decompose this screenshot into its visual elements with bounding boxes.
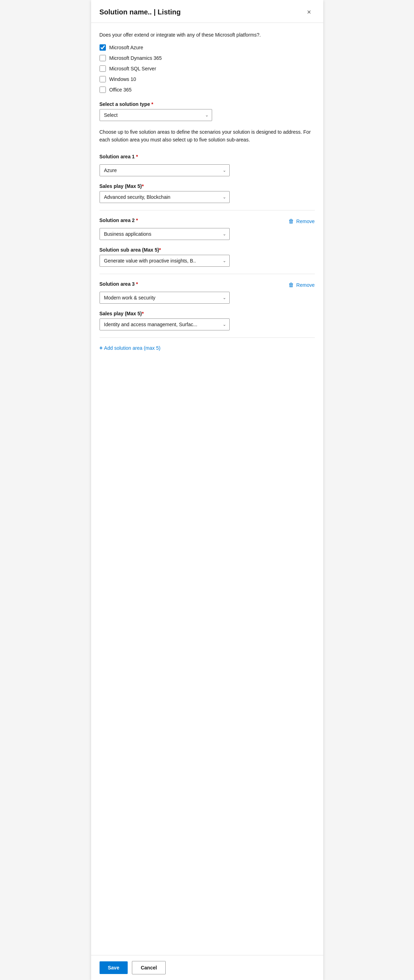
checkbox-item-windows10[interactable]: Windows 10 (100, 76, 315, 82)
solution-area-3-select-group: Modern work & security ⌄ (100, 292, 315, 304)
solution-area-1: Solution area 1 * Azure ⌄ Sales play (Ma… (100, 154, 315, 203)
remove-solution-area-3-button[interactable]: 🗑 Remove (289, 282, 314, 288)
solution-area-1-sales-play-wrapper: Advanced security, Blockchain ⌄ (100, 191, 230, 203)
solution-area-1-label: Solution area 1 * (100, 154, 138, 159)
panel-footer: Save Cancel (91, 955, 323, 980)
divider-3 (100, 337, 315, 338)
checkbox-item-sql-server[interactable]: Microsoft SQL Server (100, 65, 315, 72)
divider-1 (100, 210, 315, 210)
solution-area-1-select[interactable]: Azure (100, 164, 230, 176)
solution-area-3-sales-play-wrapper: Identity and access management, Surfac..… (100, 318, 230, 331)
solution-type-select[interactable]: Select Option 1 Option 2 (100, 109, 212, 121)
checkbox-label-windows10: Windows 10 (109, 76, 136, 82)
divider-2 (100, 274, 315, 274)
trash-icon: 🗑 (289, 218, 294, 224)
platforms-question: Does your offer extend or integrate with… (100, 31, 315, 39)
solution-area-2-header: Solution area 2 * 🗑 Remove (100, 218, 315, 225)
solution-area-1-sales-play-label: Sales play (Max 5)* (100, 183, 315, 189)
solution-area-3-select[interactable]: Modern work & security (100, 292, 230, 304)
checkbox-dynamics365[interactable] (100, 55, 106, 61)
solution-area-1-header: Solution area 1 * (100, 154, 315, 162)
checkbox-label-dynamics365: Microsoft Dynamics 365 (109, 55, 162, 61)
checkbox-label-azure: Microsoft Azure (109, 45, 143, 50)
solution-type-group: Select a solution type * Select Option 1… (100, 101, 315, 121)
solution-area-3-sales-play-group: Sales play (Max 5)* Identity and access … (100, 311, 315, 331)
solution-area-3-select-wrapper: Modern work & security ⌄ (100, 292, 230, 304)
solution-area-2: Solution area 2 * 🗑 Remove Business appl… (100, 218, 315, 267)
solution-area-1-select-wrapper: Azure ⌄ (100, 164, 230, 176)
solution-area-2-label: Solution area 2 * (100, 218, 138, 223)
info-text: Choose up to five solution areas to defi… (100, 128, 315, 144)
checkbox-item-dynamics365[interactable]: Microsoft Dynamics 365 (100, 55, 315, 61)
solution-area-3-label: Solution area 3 * (100, 281, 138, 287)
solution-area-2-sub-area-label: Solution sub area (Max 5)* (100, 247, 315, 253)
plus-icon: + (100, 345, 103, 351)
checkbox-label-office365: Office 365 (109, 87, 132, 92)
add-solution-area-button[interactable]: + Add solution area (max 5) (100, 345, 161, 351)
platforms-checkbox-group: Microsoft Azure Microsoft Dynamics 365 M… (100, 45, 315, 93)
checkbox-sql-server[interactable] (100, 65, 106, 72)
checkbox-azure[interactable] (100, 45, 106, 51)
solution-area-2-sub-area-select[interactable]: Generate value with proactive insights, … (100, 255, 230, 267)
solution-area-2-sub-area-group: Solution sub area (Max 5)* Generate valu… (100, 247, 315, 267)
checkbox-item-azure[interactable]: Microsoft Azure (100, 45, 315, 51)
solution-type-label: Select a solution type * (100, 101, 315, 107)
solution-area-2-select[interactable]: Business applications (100, 228, 230, 240)
solution-area-2-select-wrapper: Business applications ⌄ (100, 228, 230, 240)
checkbox-office365[interactable] (100, 87, 106, 93)
panel-title: Solution name.. | Listing (100, 8, 181, 16)
solution-area-2-sub-area-wrapper: Generate value with proactive insights, … (100, 255, 230, 267)
solution-type-select-wrapper: Select Option 1 Option 2 ⌄ (100, 109, 212, 121)
checkbox-windows10[interactable] (100, 76, 106, 82)
cancel-button[interactable]: Cancel (132, 961, 166, 974)
panel-header: Solution name.. | Listing × (91, 0, 323, 23)
remove-solution-area-2-button[interactable]: 🗑 Remove (289, 218, 314, 224)
solution-area-1-sales-play-group: Sales play (Max 5)* Advanced security, B… (100, 183, 315, 203)
trash-icon: 🗑 (289, 282, 294, 288)
close-button[interactable]: × (303, 6, 315, 18)
solution-area-3-sales-play-label: Sales play (Max 5)* (100, 311, 315, 317)
solution-area-1-select-group: Azure ⌄ (100, 164, 315, 176)
panel: Solution name.. | Listing × Does your of… (91, 0, 323, 980)
save-button[interactable]: Save (100, 961, 128, 974)
checkbox-item-office365[interactable]: Office 365 (100, 87, 315, 93)
solution-area-3-header: Solution area 3 * 🗑 Remove (100, 281, 315, 289)
panel-content: Does your offer extend or integrate with… (91, 23, 323, 955)
solution-area-3: Solution area 3 * 🗑 Remove Modern work &… (100, 281, 315, 331)
checkbox-label-sql-server: Microsoft SQL Server (109, 66, 156, 72)
solution-area-3-sales-play-select[interactable]: Identity and access management, Surfac..… (100, 318, 230, 331)
solution-area-1-sales-play-select[interactable]: Advanced security, Blockchain (100, 191, 230, 203)
solution-area-2-select-group: Business applications ⌄ (100, 228, 315, 240)
